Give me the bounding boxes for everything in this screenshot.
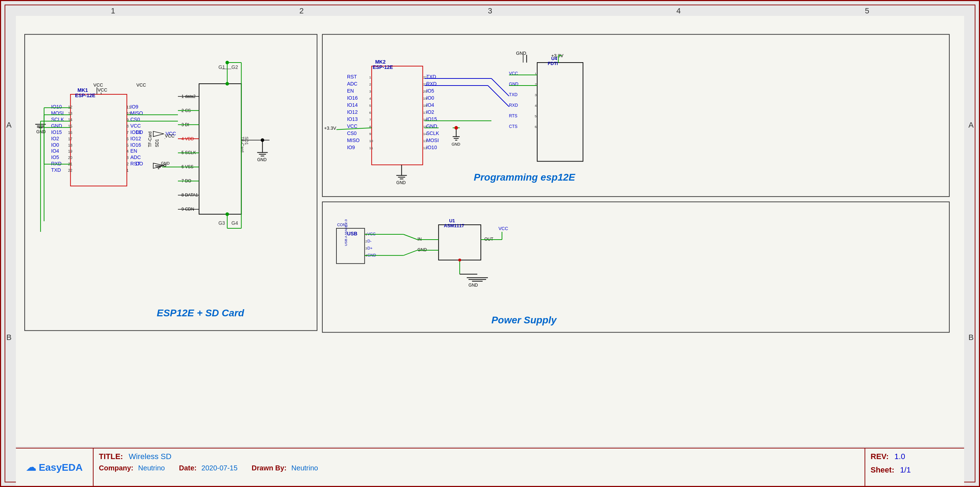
svg-text:MISO: MISO bbox=[347, 137, 360, 143]
svg-text:USB: USB bbox=[347, 231, 357, 236]
svg-text:17: 17 bbox=[68, 137, 72, 141]
svg-text:TXD: TXD bbox=[51, 167, 61, 173]
svg-text:RXD: RXD bbox=[51, 161, 61, 166]
svg-text:RST: RST bbox=[347, 74, 357, 80]
svg-text:5: 5 bbox=[126, 143, 129, 147]
svg-text:VCC: VCC bbox=[368, 232, 375, 236]
svg-text:VCC: VCC bbox=[130, 123, 140, 129]
svg-text:2: 2 bbox=[365, 239, 368, 243]
svg-text:7: 7 bbox=[126, 130, 129, 135]
svg-text:VCC: VCC bbox=[94, 82, 103, 88]
svg-text:IO2: IO2 bbox=[426, 109, 434, 115]
svg-text:G2: G2 bbox=[232, 64, 238, 70]
svg-text:D-: D- bbox=[368, 239, 372, 243]
svg-point-258 bbox=[226, 61, 229, 64]
svg-text:IO0: IO0 bbox=[51, 142, 59, 148]
title-right: REV: 1.0 Sheet: 1/1 bbox=[865, 449, 964, 486]
svg-text:6: 6 bbox=[126, 137, 129, 141]
title-meta: Company: Neutrino Date: 2020-07-15 Drawn… bbox=[99, 464, 859, 472]
svg-rect-1 bbox=[322, 34, 949, 196]
svg-text:IO4: IO4 bbox=[426, 102, 434, 108]
drawn-info: Drawn By: Neutrino bbox=[252, 464, 318, 472]
sheet-label: Sheet: bbox=[870, 465, 894, 474]
svg-text:EN: EN bbox=[347, 88, 354, 94]
cloud-icon: ☁ bbox=[26, 462, 36, 473]
svg-text:ADC: ADC bbox=[347, 81, 357, 86]
svg-text:IO16: IO16 bbox=[347, 95, 358, 101]
svg-text:VCC: VCC bbox=[498, 226, 508, 231]
grid-letters-right: A B bbox=[968, 19, 974, 444]
svg-text:OUT: OUT bbox=[484, 237, 493, 242]
svg-text:19: 19 bbox=[68, 149, 72, 153]
svg-rect-2 bbox=[322, 202, 949, 332]
svg-text:4: 4 bbox=[126, 149, 129, 153]
svg-text:FDTI: FDTI bbox=[548, 61, 558, 66]
svg-text:18: 18 bbox=[68, 143, 72, 147]
svg-text:GND: GND bbox=[417, 247, 427, 252]
svg-text:SD1: SD1 bbox=[244, 137, 249, 145]
grid-numbers-top: 1 2 3 4 5 bbox=[19, 6, 961, 16]
svg-text:4: 4 bbox=[369, 96, 371, 101]
schematic-area: MK1 ESP-12E IO10 MOSI SCLK GND IO15 IO2 … bbox=[16, 16, 964, 446]
svg-text:12: 12 bbox=[68, 105, 72, 109]
company-label: Company: bbox=[99, 464, 134, 472]
svg-point-127 bbox=[226, 212, 229, 216]
easyeda-text: EasyEDA bbox=[39, 462, 83, 473]
svg-text:17: 17 bbox=[423, 111, 427, 115]
svg-text:ESP-12E: ESP-12E bbox=[75, 93, 95, 98]
svg-point-188 bbox=[454, 126, 458, 130]
svg-text:16: 16 bbox=[68, 130, 72, 135]
svg-text:G1: G1 bbox=[218, 64, 225, 70]
svg-text:ASM1117: ASM1117 bbox=[444, 223, 464, 228]
svg-text:IO13: IO13 bbox=[347, 116, 358, 122]
easyeda-logo: ☁ EasyEDA bbox=[26, 461, 83, 473]
svg-text:10: 10 bbox=[369, 139, 374, 143]
svg-text:IO12: IO12 bbox=[347, 109, 358, 115]
sheet-row: Sheet: 1/1 bbox=[870, 465, 959, 475]
svg-text:IO0: IO0 bbox=[426, 95, 434, 101]
svg-text:GND: GND bbox=[396, 180, 406, 185]
date-value: 2020-07-15 bbox=[202, 464, 238, 472]
svg-text:SD1: SD1 bbox=[154, 139, 159, 147]
svg-text:18: 18 bbox=[423, 104, 427, 107]
svg-text:ESP12E + SD Card: ESP12E + SD Card bbox=[157, 307, 244, 318]
svg-text:7: 7 bbox=[369, 118, 371, 121]
rev-label: REV: bbox=[870, 452, 889, 461]
svg-text:IO16: IO16 bbox=[130, 142, 141, 148]
svg-text:3: 3 bbox=[126, 155, 129, 160]
svg-text:1: 1 bbox=[126, 168, 129, 172]
col-5: 5 bbox=[865, 6, 869, 16]
svg-text:ADC: ADC bbox=[130, 155, 140, 160]
svg-text:5: 5 bbox=[535, 114, 537, 118]
svg-text:3: 3 bbox=[365, 246, 368, 250]
svg-text:2: 2 bbox=[369, 82, 371, 86]
svg-text:TF-Card: TF-Card bbox=[148, 131, 153, 147]
svg-text:Power Supply: Power Supply bbox=[492, 315, 557, 326]
company-info: Company: Neutrino bbox=[99, 464, 165, 472]
sheet-value: 1/1 bbox=[900, 465, 911, 474]
svg-text:GND: GND bbox=[368, 253, 376, 257]
svg-text:IO4: IO4 bbox=[51, 148, 59, 154]
schematic-page: 1 2 3 4 5 1 2 3 4 5 A B A B bbox=[0, 0, 980, 487]
svg-text:IN: IN bbox=[417, 237, 422, 242]
title-logo: ☁ EasyEDA bbox=[16, 449, 94, 486]
svg-text:D+: D+ bbox=[368, 246, 372, 250]
svg-text:VCC: VCC bbox=[347, 123, 357, 129]
svg-text:Programming esp12E: Programming esp12E bbox=[474, 172, 576, 183]
svg-text:VCC: VCC bbox=[136, 82, 146, 88]
svg-text:GND: GND bbox=[468, 283, 478, 288]
svg-text:VCC: VCC bbox=[165, 133, 174, 139]
svg-text:20: 20 bbox=[423, 89, 427, 93]
svg-text:13: 13 bbox=[423, 139, 427, 143]
drawn-value: Neutrino bbox=[291, 464, 318, 472]
col-3: 3 bbox=[488, 6, 492, 16]
svg-text:6: 6 bbox=[369, 111, 371, 115]
grid-letters-left: A B bbox=[6, 19, 12, 444]
row-b: B bbox=[6, 333, 12, 342]
title-main: TITLE: Wireless SD Company: Neutrino Dat… bbox=[94, 449, 865, 486]
date-label: Date: bbox=[179, 464, 197, 472]
svg-text:CTS: CTS bbox=[509, 124, 517, 129]
svg-text:4: 4 bbox=[535, 104, 537, 107]
title-block: ☁ EasyEDA TITLE: Wireless SD Company: Ne… bbox=[16, 448, 964, 486]
svg-text:11: 11 bbox=[369, 146, 374, 150]
